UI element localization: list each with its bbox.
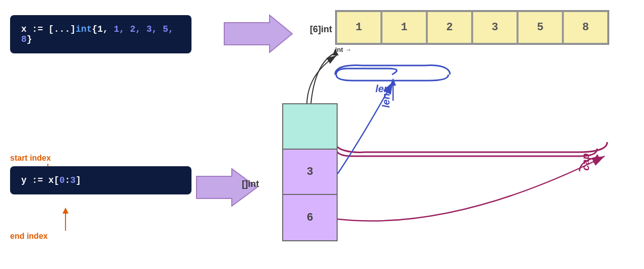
array-container: 1 1 2 3 5 8 int → bbox=[335, 10, 609, 53]
len-label-2: len bbox=[375, 83, 390, 95]
slice-struct: 3 6 bbox=[282, 103, 338, 241]
cap-curve-arrow bbox=[338, 156, 605, 221]
array-cell-2: 2 bbox=[427, 11, 472, 44]
slice-len-cell: 3 bbox=[283, 150, 337, 195]
end-index-arrowhead bbox=[62, 208, 69, 214]
cap-brace bbox=[336, 149, 597, 156]
cap-label: cap bbox=[580, 153, 592, 170]
len-brace bbox=[336, 75, 448, 81]
slice-type-label: []int bbox=[242, 179, 259, 189]
array-type-label: [6]int bbox=[310, 24, 332, 35]
start-index-label: start index bbox=[10, 154, 51, 163]
slice-cap-cell: 6 bbox=[283, 195, 337, 240]
slice-ptr-cell bbox=[283, 104, 337, 150]
code-y: y := x[0:3] bbox=[10, 166, 191, 194]
code-x-text: x := [...] bbox=[21, 24, 76, 34]
array-cell-5: 8 bbox=[563, 11, 608, 44]
array-cell-1: 1 bbox=[381, 11, 427, 44]
len-label: len bbox=[380, 93, 392, 108]
ptr-label-row: int → bbox=[335, 45, 609, 53]
array-cell-4: 5 bbox=[518, 11, 563, 44]
array-cell-3: 3 bbox=[472, 11, 518, 44]
len-top-brace bbox=[335, 65, 450, 75]
array-cell-0: 1 bbox=[336, 11, 381, 44]
code-x: x := [...]int{1, 1, 2, 3, 5, 8} bbox=[10, 15, 191, 53]
len-arrowhead bbox=[390, 78, 396, 86]
arrow-x-to-array bbox=[224, 15, 292, 52]
len-brace-bottom bbox=[336, 69, 397, 75]
cap-arrowhead bbox=[594, 154, 601, 160]
end-index-label: end index bbox=[10, 232, 48, 241]
cap-top-brace bbox=[335, 142, 607, 152]
array-grid: 1 1 2 3 5 8 bbox=[335, 10, 609, 45]
ptr-label: int → bbox=[335, 46, 352, 53]
